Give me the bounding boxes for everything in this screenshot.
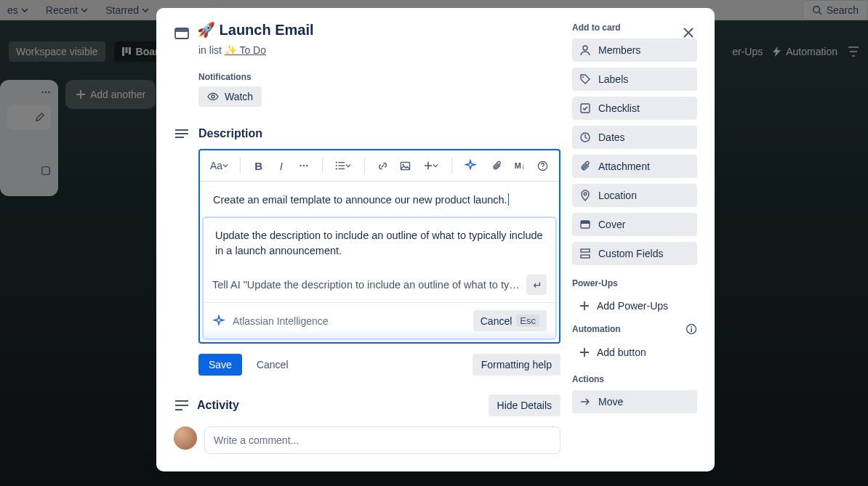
labels-button[interactable]: Labels: [572, 68, 697, 91]
location-button[interactable]: Location: [572, 184, 697, 207]
cover-icon: [579, 219, 591, 230]
add-powerups-button[interactable]: Add Power-Ups: [572, 294, 697, 317]
chevron-down-icon: [345, 163, 351, 169]
move-button[interactable]: Move: [572, 390, 697, 413]
svg-point-22: [582, 76, 584, 78]
powerups-heading: Power-Ups: [572, 278, 697, 288]
svg-point-14: [336, 162, 337, 163]
editor-textarea[interactable]: Create an email template to announce our…: [200, 182, 559, 214]
list-icon: [335, 161, 345, 171]
svg-rect-29: [581, 255, 590, 258]
insert-button[interactable]: [419, 156, 443, 175]
dates-button[interactable]: Dates: [572, 126, 697, 149]
add-button-button[interactable]: Add button: [572, 341, 697, 364]
paperclip-icon: [491, 161, 502, 171]
close-button[interactable]: [677, 21, 700, 44]
ai-sparkle-icon: [464, 159, 477, 172]
arrow-right-icon: [579, 396, 591, 408]
ai-prompt-input[interactable]: Tell AI "Update the description to inclu…: [212, 279, 521, 291]
svg-rect-28: [581, 249, 590, 252]
attach-button[interactable]: [488, 156, 506, 175]
link-icon: [377, 161, 388, 171]
description-icon: [174, 127, 190, 143]
ai-suggestion-text: Update the description to include an out…: [204, 218, 555, 267]
image-icon: [400, 161, 411, 171]
svg-point-11: [300, 165, 302, 166]
bold-button[interactable]: B: [249, 156, 268, 175]
svg-point-13: [306, 165, 308, 166]
chevron-down-icon: [433, 163, 438, 169]
actions-heading: Actions: [572, 374, 697, 384]
more-format-button[interactable]: [294, 156, 313, 175]
in-list: in list ✨ To Do: [198, 44, 560, 56]
ai-prompt-row: Tell AI "Update the description to inclu…: [204, 267, 555, 303]
help-icon: [537, 161, 548, 171]
activity-icon: [174, 397, 190, 413]
plus-icon: [579, 301, 590, 311]
ai-cancel-button[interactable]: Cancel Esc: [473, 310, 547, 331]
svg-point-21: [583, 46, 587, 50]
close-icon: [682, 26, 695, 39]
automation-heading: Automation: [572, 324, 621, 334]
italic-button[interactable]: I: [272, 156, 290, 175]
editor-toolbar: Aa B I M↓: [200, 150, 559, 182]
fields-icon: [579, 248, 591, 259]
link-button[interactable]: [374, 156, 392, 175]
card-modal: 🚀 Launch Email in list ✨ To Do Notificat…: [156, 8, 715, 471]
ai-logo-icon: [212, 315, 225, 328]
svg-point-15: [336, 165, 337, 166]
svg-rect-27: [581, 221, 590, 224]
svg-point-18: [403, 163, 404, 165]
image-button[interactable]: [396, 156, 414, 175]
person-icon: [579, 44, 591, 56]
svg-point-25: [584, 193, 587, 195]
esc-badge: Esc: [516, 315, 539, 327]
help-button[interactable]: [534, 156, 552, 175]
chevron-down-icon: [222, 163, 228, 169]
svg-point-10: [212, 95, 214, 98]
attachment-button[interactable]: Attachment: [572, 155, 697, 178]
svg-rect-9: [175, 28, 188, 32]
comment-input[interactable]: Write a comment...: [204, 426, 560, 454]
svg-point-20: [542, 168, 544, 169]
text-style-button[interactable]: Aa: [207, 156, 231, 175]
formatting-help-button[interactable]: Formatting help: [473, 354, 560, 376]
hide-details-button[interactable]: Hide Details: [489, 394, 560, 416]
tag-icon: [579, 73, 591, 85]
custom-fields-button[interactable]: Custom Fields: [572, 242, 697, 265]
more-icon: [299, 161, 309, 171]
svg-rect-17: [401, 162, 409, 169]
ai-footer: Atlassian Intelligence Cancel Esc: [204, 303, 555, 339]
description-editor: Aa B I M↓: [198, 149, 560, 344]
enter-icon: [531, 280, 542, 290]
activity-heading: Activity: [197, 399, 239, 412]
plus-icon: [424, 161, 433, 170]
paperclip-icon: [579, 161, 591, 172]
ai-panel: Update the description to include an out…: [203, 217, 556, 339]
checklist-icon: [579, 102, 591, 114]
submit-ai-button[interactable]: [526, 275, 547, 295]
list-link[interactable]: ✨ To Do: [225, 44, 266, 56]
cancel-button[interactable]: Cancel: [249, 354, 296, 376]
svg-point-31: [691, 326, 692, 328]
watch-button[interactable]: Watch: [198, 86, 262, 107]
avatar: [174, 426, 197, 450]
text-cursor: [508, 193, 510, 206]
svg-point-12: [303, 165, 305, 166]
notifications-label: Notifications: [198, 72, 560, 82]
eye-icon: [207, 91, 219, 102]
ai-button[interactable]: [461, 156, 479, 175]
card-title[interactable]: 🚀 Launch Email: [197, 21, 314, 39]
description-heading: Description: [198, 127, 560, 140]
checklist-button[interactable]: Checklist: [572, 97, 697, 120]
card-icon: [174, 25, 190, 41]
plus-icon: [579, 347, 590, 357]
location-icon: [579, 190, 591, 201]
ai-brand-label: Atlassian Intelligence: [233, 315, 466, 327]
cover-button[interactable]: Cover: [572, 213, 697, 236]
list-button[interactable]: [331, 156, 355, 175]
markdown-button[interactable]: M↓: [511, 156, 529, 175]
save-button[interactable]: Save: [198, 354, 242, 376]
svg-point-16: [336, 168, 337, 169]
info-icon[interactable]: [686, 323, 697, 335]
